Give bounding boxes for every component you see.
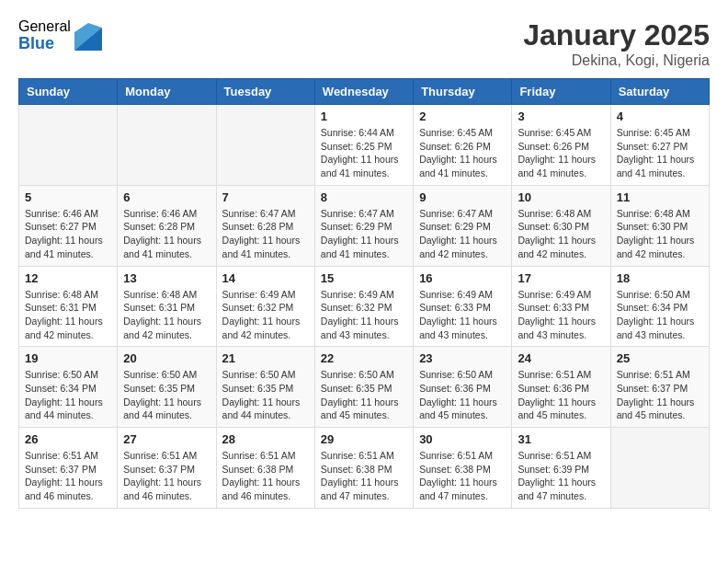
- day-info: Sunrise: 6:50 AM Sunset: 6:34 PM Dayligh…: [25, 368, 111, 422]
- day-number: 30: [419, 432, 506, 446]
- day-number: 14: [222, 271, 309, 285]
- day-info: Sunrise: 6:47 AM Sunset: 6:29 PM Dayligh…: [419, 207, 506, 261]
- day-info: Sunrise: 6:51 AM Sunset: 6:37 PM Dayligh…: [123, 449, 210, 503]
- day-number: 20: [123, 351, 210, 365]
- calendar-cell: [216, 105, 314, 186]
- day-info: Sunrise: 6:48 AM Sunset: 6:30 PM Dayligh…: [617, 207, 703, 261]
- day-info: Sunrise: 6:51 AM Sunset: 6:37 PM Dayligh…: [617, 368, 703, 422]
- calendar-cell: 17Sunrise: 6:49 AM Sunset: 6:33 PM Dayli…: [512, 266, 610, 347]
- calendar-cell: 9Sunrise: 6:47 AM Sunset: 6:29 PM Daylig…: [414, 185, 512, 266]
- day-number: 2: [419, 109, 506, 123]
- day-number: 18: [617, 271, 703, 285]
- day-info: Sunrise: 6:44 AM Sunset: 6:25 PM Dayligh…: [321, 126, 407, 180]
- day-info: Sunrise: 6:50 AM Sunset: 6:36 PM Dayligh…: [419, 368, 506, 422]
- logo: General Blue: [18, 18, 102, 52]
- weekday-header-friday: Friday: [512, 79, 610, 105]
- calendar-cell: [19, 105, 118, 186]
- logo-general: General: [18, 18, 71, 35]
- month-title: January 2025: [523, 18, 710, 52]
- day-number: 10: [518, 190, 604, 204]
- weekday-header-wednesday: Wednesday: [314, 79, 413, 105]
- calendar-cell: 18Sunrise: 6:50 AM Sunset: 6:34 PM Dayli…: [610, 266, 709, 347]
- calendar-cell: 24Sunrise: 6:51 AM Sunset: 6:36 PM Dayli…: [512, 347, 610, 428]
- day-number: 22: [321, 351, 407, 365]
- title-block: January 2025 Dekina, Kogi, Nigeria: [523, 18, 710, 69]
- day-info: Sunrise: 6:46 AM Sunset: 6:28 PM Dayligh…: [123, 207, 210, 261]
- day-info: Sunrise: 6:47 AM Sunset: 6:29 PM Dayligh…: [321, 207, 407, 261]
- day-info: Sunrise: 6:50 AM Sunset: 6:34 PM Dayligh…: [617, 288, 703, 342]
- day-info: Sunrise: 6:48 AM Sunset: 6:31 PM Dayligh…: [25, 288, 111, 342]
- day-info: Sunrise: 6:51 AM Sunset: 6:36 PM Dayligh…: [518, 368, 604, 422]
- day-number: 11: [617, 190, 703, 204]
- location: Dekina, Kogi, Nigeria: [523, 52, 710, 69]
- day-number: 1: [321, 109, 407, 123]
- day-info: Sunrise: 6:48 AM Sunset: 6:30 PM Dayligh…: [518, 207, 604, 261]
- weekday-header-thursday: Thursday: [414, 79, 512, 105]
- day-info: Sunrise: 6:49 AM Sunset: 6:32 PM Dayligh…: [321, 288, 407, 342]
- calendar-cell: 12Sunrise: 6:48 AM Sunset: 6:31 PM Dayli…: [19, 266, 118, 347]
- calendar-cell: 10Sunrise: 6:48 AM Sunset: 6:30 PM Dayli…: [512, 185, 610, 266]
- calendar-cell: 19Sunrise: 6:50 AM Sunset: 6:34 PM Dayli…: [19, 347, 118, 428]
- day-number: 25: [617, 351, 703, 365]
- day-info: Sunrise: 6:47 AM Sunset: 6:28 PM Dayligh…: [222, 207, 309, 261]
- calendar-cell: 1Sunrise: 6:44 AM Sunset: 6:25 PM Daylig…: [314, 105, 413, 186]
- day-info: Sunrise: 6:51 AM Sunset: 6:38 PM Dayligh…: [419, 449, 506, 503]
- calendar-cell: 8Sunrise: 6:47 AM Sunset: 6:29 PM Daylig…: [314, 185, 413, 266]
- calendar-cell: 28Sunrise: 6:51 AM Sunset: 6:38 PM Dayli…: [216, 428, 314, 509]
- calendar-cell: 3Sunrise: 6:45 AM Sunset: 6:26 PM Daylig…: [512, 105, 610, 186]
- day-info: Sunrise: 6:50 AM Sunset: 6:35 PM Dayligh…: [321, 368, 407, 422]
- weekday-header-tuesday: Tuesday: [216, 79, 314, 105]
- calendar-cell: 14Sunrise: 6:49 AM Sunset: 6:32 PM Dayli…: [216, 266, 314, 347]
- calendar-week-row: 5Sunrise: 6:46 AM Sunset: 6:27 PM Daylig…: [19, 185, 710, 266]
- day-info: Sunrise: 6:46 AM Sunset: 6:27 PM Dayligh…: [25, 207, 111, 261]
- calendar-week-row: 1Sunrise: 6:44 AM Sunset: 6:25 PM Daylig…: [19, 105, 710, 186]
- day-number: 3: [518, 109, 604, 123]
- day-number: 24: [518, 351, 604, 365]
- calendar-cell: [118, 105, 216, 186]
- calendar-table: SundayMondayTuesdayWednesdayThursdayFrid…: [18, 78, 710, 509]
- calendar-cell: 25Sunrise: 6:51 AM Sunset: 6:37 PM Dayli…: [610, 347, 709, 428]
- day-number: 16: [419, 271, 506, 285]
- calendar-cell: 21Sunrise: 6:50 AM Sunset: 6:35 PM Dayli…: [216, 347, 314, 428]
- day-number: 29: [321, 432, 407, 446]
- calendar-cell: 23Sunrise: 6:50 AM Sunset: 6:36 PM Dayli…: [414, 347, 512, 428]
- calendar-cell: 30Sunrise: 6:51 AM Sunset: 6:38 PM Dayli…: [414, 428, 512, 509]
- day-number: 8: [321, 190, 407, 204]
- day-info: Sunrise: 6:48 AM Sunset: 6:31 PM Dayligh…: [123, 288, 210, 342]
- weekday-header-sunday: Sunday: [19, 79, 118, 105]
- day-number: 26: [25, 432, 111, 446]
- day-info: Sunrise: 6:49 AM Sunset: 6:33 PM Dayligh…: [518, 288, 604, 342]
- day-info: Sunrise: 6:51 AM Sunset: 6:39 PM Dayligh…: [518, 449, 604, 503]
- calendar-cell: 11Sunrise: 6:48 AM Sunset: 6:30 PM Dayli…: [610, 185, 709, 266]
- day-info: Sunrise: 6:50 AM Sunset: 6:35 PM Dayligh…: [123, 368, 210, 422]
- day-number: 12: [25, 271, 111, 285]
- calendar-cell: 31Sunrise: 6:51 AM Sunset: 6:39 PM Dayli…: [512, 428, 610, 509]
- weekday-header-saturday: Saturday: [610, 79, 709, 105]
- calendar-week-row: 26Sunrise: 6:51 AM Sunset: 6:37 PM Dayli…: [19, 428, 710, 509]
- day-info: Sunrise: 6:45 AM Sunset: 6:26 PM Dayligh…: [419, 126, 506, 180]
- calendar-cell: 22Sunrise: 6:50 AM Sunset: 6:35 PM Dayli…: [314, 347, 413, 428]
- day-info: Sunrise: 6:50 AM Sunset: 6:35 PM Dayligh…: [222, 368, 309, 422]
- calendar-cell: 29Sunrise: 6:51 AM Sunset: 6:38 PM Dayli…: [314, 428, 413, 509]
- day-info: Sunrise: 6:45 AM Sunset: 6:27 PM Dayligh…: [617, 126, 703, 180]
- calendar-cell: 4Sunrise: 6:45 AM Sunset: 6:27 PM Daylig…: [610, 105, 709, 186]
- calendar-cell: 27Sunrise: 6:51 AM Sunset: 6:37 PM Dayli…: [118, 428, 216, 509]
- logo-icon: [74, 23, 102, 51]
- calendar-cell: 2Sunrise: 6:45 AM Sunset: 6:26 PM Daylig…: [414, 105, 512, 186]
- day-number: 4: [617, 109, 703, 123]
- weekday-header-monday: Monday: [118, 79, 216, 105]
- day-number: 27: [123, 432, 210, 446]
- calendar-cell: 26Sunrise: 6:51 AM Sunset: 6:37 PM Dayli…: [19, 428, 118, 509]
- day-number: 6: [123, 190, 210, 204]
- calendar-cell: 16Sunrise: 6:49 AM Sunset: 6:33 PM Dayli…: [414, 266, 512, 347]
- calendar-cell: [610, 428, 709, 509]
- day-info: Sunrise: 6:45 AM Sunset: 6:26 PM Dayligh…: [518, 126, 604, 180]
- day-info: Sunrise: 6:49 AM Sunset: 6:32 PM Dayligh…: [222, 288, 309, 342]
- day-info: Sunrise: 6:49 AM Sunset: 6:33 PM Dayligh…: [419, 288, 506, 342]
- page-header: General Blue January 2025 Dekina, Kogi, …: [18, 18, 710, 69]
- calendar-cell: 15Sunrise: 6:49 AM Sunset: 6:32 PM Dayli…: [314, 266, 413, 347]
- day-number: 15: [321, 271, 407, 285]
- calendar-cell: 7Sunrise: 6:47 AM Sunset: 6:28 PM Daylig…: [216, 185, 314, 266]
- calendar-cell: 13Sunrise: 6:48 AM Sunset: 6:31 PM Dayli…: [118, 266, 216, 347]
- calendar-week-row: 12Sunrise: 6:48 AM Sunset: 6:31 PM Dayli…: [19, 266, 710, 347]
